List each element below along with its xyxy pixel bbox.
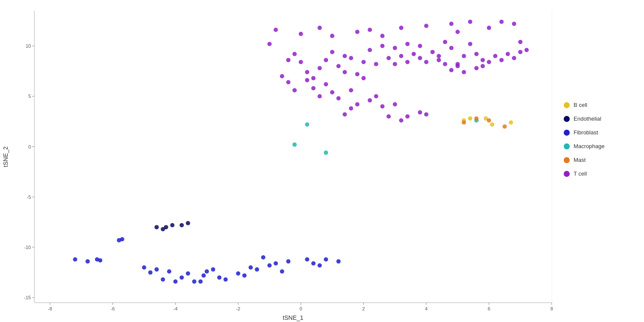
svg-point-198 <box>564 157 570 163</box>
svg-point-151 <box>456 30 460 34</box>
legend-label-b-cell: B cell <box>574 102 587 108</box>
svg-point-177 <box>318 94 322 98</box>
svg-text:0: 0 <box>28 144 31 149</box>
svg-point-173 <box>305 78 309 82</box>
svg-point-100 <box>462 120 466 125</box>
svg-point-190 <box>499 58 504 62</box>
svg-point-90 <box>318 263 322 267</box>
svg-point-199 <box>564 171 570 177</box>
svg-point-88 <box>305 257 309 261</box>
svg-point-161 <box>355 102 359 106</box>
svg-text:-15: -15 <box>24 295 31 300</box>
svg-point-140 <box>474 52 479 56</box>
svg-point-57 <box>164 225 168 229</box>
svg-point-93 <box>261 255 265 259</box>
svg-point-178 <box>330 90 334 94</box>
svg-point-192 <box>512 56 516 60</box>
svg-point-118 <box>355 72 359 76</box>
svg-point-133 <box>430 50 434 54</box>
svg-point-136 <box>449 46 453 50</box>
svg-point-104 <box>267 42 272 46</box>
svg-point-159 <box>374 94 378 98</box>
svg-point-72 <box>186 271 190 276</box>
svg-point-70 <box>173 279 178 284</box>
svg-point-127 <box>405 60 410 64</box>
svg-text:-4: -4 <box>173 306 178 311</box>
legend-label-t-cell: T cell <box>574 170 587 177</box>
svg-point-124 <box>393 62 397 66</box>
svg-point-89 <box>311 261 316 266</box>
svg-point-107 <box>292 52 297 56</box>
svg-point-109 <box>305 70 309 74</box>
legend-label-fibroblast: Fibroblast <box>574 129 598 136</box>
svg-point-174 <box>311 86 316 91</box>
svg-text:-8: -8 <box>48 306 52 311</box>
svg-point-67 <box>148 270 152 275</box>
svg-point-179 <box>336 96 340 100</box>
legend-label-endothelial: Endothelial <box>574 115 601 122</box>
svg-point-79 <box>223 277 228 282</box>
svg-point-195 <box>564 116 570 122</box>
svg-point-125 <box>393 46 397 50</box>
svg-text:0: 0 <box>300 306 302 311</box>
legend-label-macrophage: Macrophage <box>574 143 605 149</box>
svg-text:8: 8 <box>550 306 553 311</box>
svg-point-180 <box>349 88 353 92</box>
svg-point-69 <box>167 269 171 273</box>
svg-point-53 <box>490 122 494 127</box>
svg-point-123 <box>386 56 391 60</box>
svg-point-110 <box>311 76 316 80</box>
svg-point-103 <box>502 125 507 129</box>
svg-point-80 <box>236 271 240 276</box>
svg-point-91 <box>324 257 328 261</box>
svg-text:5: 5 <box>28 94 31 99</box>
svg-point-184 <box>456 64 460 68</box>
svg-point-96 <box>305 122 309 127</box>
svg-text:10: 10 <box>26 43 31 49</box>
svg-point-77 <box>211 267 215 272</box>
svg-point-172 <box>286 80 291 84</box>
svg-point-197 <box>564 143 570 149</box>
svg-point-156 <box>518 40 522 44</box>
svg-point-73 <box>192 279 196 284</box>
svg-point-139 <box>468 42 472 46</box>
svg-point-171 <box>280 74 284 78</box>
svg-point-160 <box>368 98 372 103</box>
svg-point-92 <box>336 259 340 264</box>
svg-point-187 <box>480 64 485 68</box>
svg-point-149 <box>424 24 428 28</box>
svg-point-122 <box>380 44 385 48</box>
svg-point-168 <box>343 112 347 117</box>
svg-point-144 <box>330 34 334 38</box>
svg-point-59 <box>179 223 184 227</box>
svg-point-116 <box>343 70 347 74</box>
svg-point-114 <box>336 64 340 68</box>
svg-text:-10: -10 <box>24 245 31 250</box>
svg-point-130 <box>418 56 422 60</box>
svg-point-66 <box>120 237 124 241</box>
svg-point-94 <box>155 267 159 272</box>
svg-point-105 <box>273 28 278 32</box>
svg-point-74 <box>198 279 203 284</box>
svg-point-142 <box>299 32 303 36</box>
tsne-plot: -8-6-4-202468-15-10-50510tSNE_1tSNE_2B c… <box>0 0 644 322</box>
svg-point-54 <box>509 120 513 125</box>
svg-point-153 <box>487 26 491 30</box>
svg-point-87 <box>286 259 291 264</box>
svg-point-182 <box>443 62 447 66</box>
svg-text:4: 4 <box>425 306 428 311</box>
svg-point-51 <box>468 116 472 121</box>
svg-point-176 <box>292 88 297 92</box>
svg-point-121 <box>374 62 378 66</box>
svg-point-55 <box>155 225 159 229</box>
svg-point-84 <box>267 263 272 267</box>
svg-point-165 <box>418 110 422 115</box>
svg-point-188 <box>487 60 491 64</box>
svg-point-108 <box>299 60 303 64</box>
svg-text:-2: -2 <box>236 306 240 311</box>
svg-point-76 <box>205 269 209 273</box>
svg-point-154 <box>499 20 504 24</box>
svg-point-115 <box>343 54 347 58</box>
svg-point-147 <box>380 34 385 38</box>
svg-point-128 <box>405 42 410 46</box>
